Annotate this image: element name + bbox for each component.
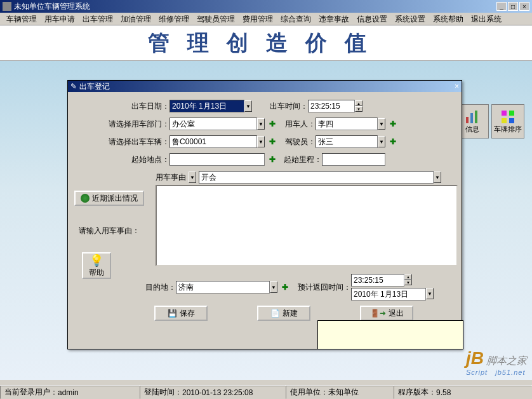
- watermark-url: jb51.net: [495, 369, 525, 376]
- return-time-field[interactable]: 23:25:15: [351, 274, 404, 287]
- return-time-label: 预计返回时间：: [290, 282, 351, 293]
- time-field[interactable]: 23:25:15: [308, 100, 355, 112]
- app-icon: [3, 2, 11, 11]
- dest-dropdown-icon[interactable]: ▼: [270, 281, 277, 293]
- user-dropdown-icon[interactable]: ▼: [378, 118, 385, 130]
- toolbar-info-label: 信息: [465, 125, 479, 134]
- window-title-bar: 未知单位车辆管理系统 _ □ ×: [0, 0, 532, 13]
- dept-field[interactable]: 办公室: [170, 118, 257, 130]
- user-add-icon[interactable]: ✚: [388, 119, 398, 129]
- reason-input-label: 请输入用车事由：: [74, 226, 144, 236]
- menu-car-request[interactable]: 用车申请: [41, 13, 79, 25]
- user-field[interactable]: 李四: [316, 118, 378, 130]
- status-version-label: 程序版本：: [398, 387, 436, 398]
- reason-textarea[interactable]: [156, 185, 458, 266]
- sort-icon: [500, 109, 515, 125]
- vehicle-field[interactable]: 鲁C00001: [170, 135, 257, 148]
- svg-rect-0: [466, 117, 469, 123]
- save-label: 保存: [180, 308, 195, 319]
- bulb-icon: 💡: [90, 254, 103, 267]
- return-date-dropdown-icon[interactable]: ▼: [426, 288, 434, 299]
- status-login-value: 2010-01-13 23:25:08: [182, 388, 253, 397]
- menu-system-setting[interactable]: 系统设置: [391, 13, 429, 25]
- start-mile-field[interactable]: [322, 153, 385, 166]
- close-button[interactable]: ×: [519, 2, 529, 11]
- status-user-value: admin: [58, 388, 79, 397]
- return-time-spinner[interactable]: ▲▼: [404, 274, 412, 287]
- vehicle-add-icon[interactable]: ✚: [267, 137, 277, 147]
- banner: 管理创造价值: [0, 25, 532, 61]
- date-label: 出车日期：: [74, 101, 170, 112]
- vehicle-label: 请选择出车车辆：: [74, 137, 170, 147]
- reason-preset-field[interactable]: 开会: [199, 171, 434, 184]
- menu-expense[interactable]: 费用管理: [239, 13, 277, 25]
- dialog-title: 出车登记: [79, 81, 110, 92]
- menu-help[interactable]: 系统帮助: [429, 13, 467, 25]
- menu-bar: 车辆管理 用车申请 出车管理 加油管理 维修管理 驾驶员管理 费用管理 综合查询…: [0, 13, 532, 25]
- menu-dispatch[interactable]: 出车管理: [79, 13, 117, 25]
- maximize-button[interactable]: □: [508, 2, 518, 11]
- window-title: 未知单位车辆管理系统: [14, 1, 90, 12]
- date-field[interactable]: 2010年 1月13日: [170, 100, 244, 112]
- main-area: 信息 车牌排序 ✎ 出车登记 × 出车日期： 2010年 1月13日 ▼ 出车时…: [0, 61, 532, 380]
- reason-preset-dropdown-icon[interactable]: ▼: [434, 172, 441, 183]
- help-label: 帮助: [89, 267, 104, 278]
- menu-info-setting[interactable]: 信息设置: [353, 13, 391, 25]
- dialog-title-bar: ✎ 出车登记 ×: [68, 81, 462, 92]
- recent-dispatch-label: 近期派出情况: [92, 193, 138, 204]
- minimize-button[interactable]: _: [496, 2, 507, 11]
- reason-header-dropdown-icon[interactable]: ▼: [189, 172, 196, 183]
- exit-label: 退出: [389, 308, 404, 319]
- exit-icon: 🚪➜: [370, 309, 386, 318]
- driver-dropdown-icon[interactable]: ▼: [378, 136, 385, 147]
- help-button[interactable]: 💡 帮助: [82, 252, 111, 279]
- dest-field[interactable]: 济南: [176, 281, 270, 294]
- dept-dropdown-icon[interactable]: ▼: [257, 118, 265, 130]
- menu-maintenance[interactable]: 维修管理: [155, 13, 193, 25]
- status-login-time: 登陆时间： 2010-01-13 23:25:08: [140, 386, 286, 399]
- time-spinner[interactable]: ▲▼: [355, 100, 362, 112]
- new-label: 新建: [283, 308, 298, 319]
- status-version: 程序版本： 9.58: [394, 386, 532, 399]
- status-user: 当前登录用户： admin: [0, 386, 140, 399]
- driver-label: 驾驶员：: [277, 137, 316, 147]
- menu-vehicle-mgmt[interactable]: 车辆管理: [3, 13, 41, 25]
- date-dropdown-icon[interactable]: ▼: [244, 100, 252, 112]
- reason-header-label: 用车事由: [156, 172, 186, 183]
- menu-driver[interactable]: 驾驶员管理: [193, 13, 239, 25]
- menu-fuel[interactable]: 加油管理: [117, 13, 155, 25]
- start-mile-label: 起始里程：: [277, 154, 322, 165]
- new-button[interactable]: 📄 新建: [257, 306, 310, 321]
- time-label: 出车时间：: [263, 101, 308, 112]
- dest-add-icon[interactable]: ✚: [280, 282, 290, 292]
- svg-rect-6: [509, 118, 514, 123]
- start-loc-field[interactable]: [170, 153, 265, 166]
- svg-rect-3: [502, 111, 507, 116]
- status-unit: 使用单位： 未知单位: [286, 386, 394, 399]
- toolbar-sort-button[interactable]: 车牌排序: [491, 104, 524, 139]
- pencil-icon: ✎: [70, 82, 77, 91]
- status-bar: 当前登录用户： admin 登陆时间： 2010-01-13 23:25:08 …: [0, 385, 532, 399]
- save-button[interactable]: 💾 保存: [154, 306, 208, 321]
- svg-rect-4: [509, 111, 514, 116]
- chart-icon: [465, 109, 480, 125]
- status-version-value: 9.58: [436, 388, 451, 397]
- menu-query[interactable]: 综合查询: [277, 13, 315, 25]
- menu-exit[interactable]: 退出系统: [467, 13, 505, 25]
- vehicle-dropdown-icon[interactable]: ▼: [257, 136, 265, 147]
- status-user-label: 当前登录用户：: [4, 387, 58, 398]
- start-loc-label: 起始地点：: [74, 154, 170, 165]
- recent-dispatch-button[interactable]: 近期派出情况: [74, 191, 144, 206]
- watermark: jB 脚本之家 Script jb51.net: [466, 348, 527, 376]
- watermark-brand: 脚本之家: [486, 355, 527, 366]
- exit-button[interactable]: 🚪➜ 退出: [360, 306, 413, 321]
- menu-violation[interactable]: 违章事故: [315, 13, 353, 25]
- dialog-close-button[interactable]: ×: [455, 82, 459, 91]
- return-date-field[interactable]: 2010年 1月13日: [351, 288, 426, 301]
- driver-add-icon[interactable]: ✚: [388, 137, 398, 147]
- start-loc-add-icon[interactable]: ✚: [267, 154, 277, 165]
- dept-label: 请选择用车部门：: [74, 119, 170, 130]
- user-label: 用车人：: [277, 119, 316, 130]
- driver-field[interactable]: 张三: [316, 135, 378, 148]
- dept-add-icon[interactable]: ✚: [267, 119, 277, 129]
